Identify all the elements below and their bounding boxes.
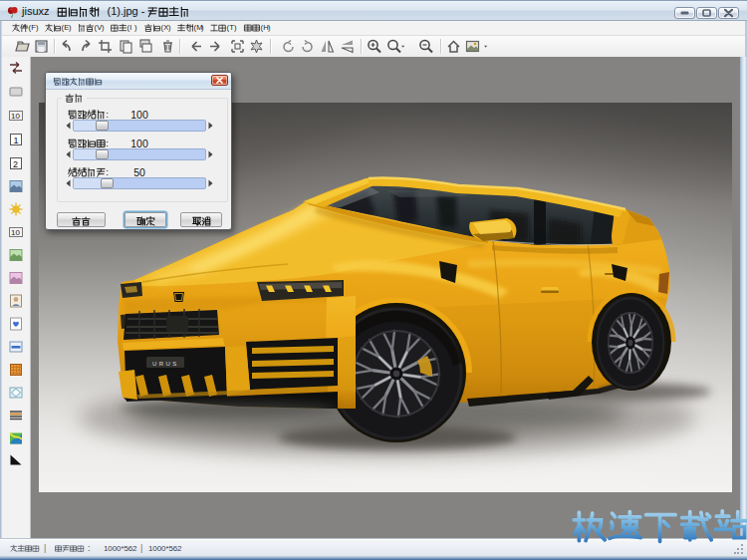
svg-text:URUS: URUS — [152, 361, 179, 367]
svg-text:1: 1 — [14, 136, 19, 145]
svg-text:10: 10 — [11, 228, 20, 237]
svg-text:): ) — [69, 23, 72, 32]
svg-text:): ) — [268, 23, 271, 32]
svg-text::: : — [106, 166, 109, 177]
svg-text:): ) — [36, 23, 39, 32]
svg-text::: : — [106, 138, 109, 148]
svg-text:): ) — [234, 23, 237, 32]
svg-text:): ) — [134, 23, 137, 32]
svg-text::: : — [106, 109, 109, 120]
svg-text:2: 2 — [13, 159, 18, 169]
svg-text:10: 10 — [11, 112, 20, 121]
svg-text:): ) — [168, 23, 171, 32]
svg-text:I: I — [129, 23, 131, 32]
svg-text:): ) — [201, 23, 204, 32]
svg-text:): ) — [102, 23, 105, 32]
